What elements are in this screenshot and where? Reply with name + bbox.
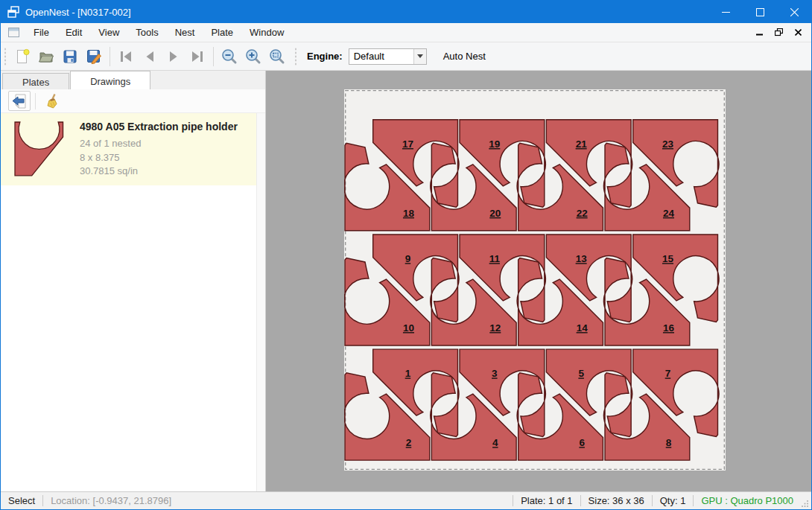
- part-number-label: 12: [489, 322, 501, 334]
- auto-nest-button[interactable]: Auto Nest: [437, 47, 492, 66]
- part-number-label: 16: [663, 322, 675, 334]
- zoom-out-button[interactable]: [218, 45, 241, 68]
- part-number-label: 3: [492, 368, 498, 379]
- open-button[interactable]: [34, 45, 58, 68]
- part-number-label: 6: [579, 437, 585, 448]
- drawing-nested-count: 24 of 1 nested: [80, 137, 238, 151]
- drawing-area: 30.7815 sq/in: [80, 165, 238, 179]
- part-number-label: 7: [665, 368, 671, 379]
- part-number-label: 9: [405, 253, 411, 264]
- toolbar-grip[interactable]: [294, 47, 297, 66]
- status-mode: Select: [1, 495, 42, 506]
- last-plate-button[interactable]: [185, 45, 209, 68]
- next-plate-button[interactable]: [162, 45, 185, 68]
- drawing-list-item[interactable]: 4980 A05 Extraction pipe holder 24 of 1 …: [1, 113, 256, 185]
- engine-value: Default: [349, 51, 413, 62]
- part-number-label: 20: [489, 208, 501, 219]
- menu-bar: File Edit View Tools Nest Plate Window: [1, 23, 811, 42]
- tab-drawings[interactable]: Drawings: [70, 71, 150, 89]
- part-number-label: 5: [578, 368, 584, 379]
- menu-edit[interactable]: Edit: [57, 24, 90, 41]
- tab-plates[interactable]: Plates: [2, 73, 69, 89]
- close-button[interactable]: [777, 1, 811, 23]
- clear-drawings-button[interactable]: [40, 91, 63, 111]
- drawings-list: 4980 A05 Extraction pipe holder 24 of 1 …: [1, 113, 265, 491]
- menu-window[interactable]: Window: [241, 24, 292, 41]
- status-location: Location: [-0.9437, 21.8796]: [43, 495, 179, 506]
- status-qty: Qty: 1: [653, 495, 694, 506]
- menu-nest[interactable]: Nest: [167, 24, 203, 41]
- previous-plate-button[interactable]: [138, 45, 162, 68]
- new-button[interactable]: [10, 45, 34, 68]
- part-number-label: 17: [402, 138, 413, 150]
- save-button[interactable]: [58, 45, 82, 68]
- part-number-label: 23: [662, 138, 674, 150]
- app-window: OpenNest - [N0317-002] File Edit View To…: [0, 0, 812, 510]
- part-number-label: 24: [663, 208, 675, 219]
- drawing-title: 4980 A05 Extraction pipe holder: [80, 121, 238, 133]
- part-thumbnail-shape: [15, 122, 63, 176]
- zoom-fit-button[interactable]: [265, 45, 289, 68]
- part-number-label: 13: [576, 253, 588, 264]
- engine-combobox[interactable]: Default: [349, 48, 427, 65]
- maximize-button[interactable]: [743, 1, 777, 23]
- toolbar-grip[interactable]: [3, 47, 7, 66]
- engine-label: Engine:: [307, 51, 343, 62]
- menu-file[interactable]: File: [25, 24, 57, 41]
- mdi-minimize-button[interactable]: [752, 26, 767, 39]
- app-icon: [7, 6, 19, 18]
- part-number-label: 21: [576, 138, 588, 150]
- nest-canvas[interactable]: 171819202122232491011121314151612345678: [266, 71, 811, 491]
- part-number-label: 10: [403, 322, 414, 334]
- toolbar-separator: [110, 47, 110, 66]
- window-title: OpenNest - [N0317-002]: [25, 7, 708, 18]
- part-number-label: 2: [406, 437, 412, 448]
- left-panel: Plates Drawings: [1, 71, 266, 491]
- drawings-toolbar: [1, 89, 265, 113]
- toolbar-separator: [213, 47, 214, 66]
- drawing-size: 8 x 8.375: [80, 151, 238, 165]
- chevron-down-icon[interactable]: [413, 49, 426, 64]
- first-plate-button[interactable]: [114, 45, 138, 68]
- part-number-label: 18: [403, 208, 415, 219]
- list-scrollbar[interactable]: [256, 113, 265, 491]
- part-number-label: 1: [405, 368, 411, 379]
- title-bar: OpenNest - [N0317-002]: [1, 1, 811, 23]
- part-number-label: 15: [662, 253, 674, 264]
- import-drawing-button[interactable]: [8, 91, 31, 111]
- menu-plate[interactable]: Plate: [203, 24, 241, 41]
- part-thumbnail: [8, 118, 74, 178]
- part-number-label: 19: [489, 138, 500, 150]
- part-number-label: 11: [489, 253, 501, 264]
- menu-tools[interactable]: Tools: [127, 24, 166, 41]
- part-number-label: 14: [577, 322, 589, 334]
- menu-view[interactable]: View: [90, 24, 127, 41]
- mdi-close-button[interactable]: [790, 26, 805, 39]
- main-toolbar: Engine: Default Auto Nest: [1, 42, 811, 71]
- mdi-restore-button[interactable]: [771, 26, 786, 39]
- panel-toolbar-separator: [35, 93, 36, 109]
- resize-grip[interactable]: [801, 492, 811, 509]
- zoom-in-button[interactable]: [241, 45, 265, 68]
- status-gpu: GPU : Quadro P1000: [694, 495, 801, 506]
- mdi-window-buttons: [752, 26, 811, 39]
- plate-svg: 171819202122232491011121314151612345678: [344, 89, 726, 471]
- status-plate: Plate: 1 of 1: [513, 495, 580, 506]
- status-size: Size: 36 x 36: [581, 495, 652, 506]
- status-bar: Select Location: [-0.9437, 21.8796] Plat…: [1, 491, 811, 509]
- save-as-button[interactable]: [82, 45, 106, 68]
- part-number-label: 8: [666, 437, 672, 448]
- minimize-button[interactable]: [708, 1, 743, 23]
- part-number-label: 22: [577, 208, 588, 219]
- panel-tabs: Plates Drawings: [1, 71, 265, 89]
- document-icon[interactable]: [8, 28, 19, 37]
- part-number-label: 4: [492, 437, 498, 448]
